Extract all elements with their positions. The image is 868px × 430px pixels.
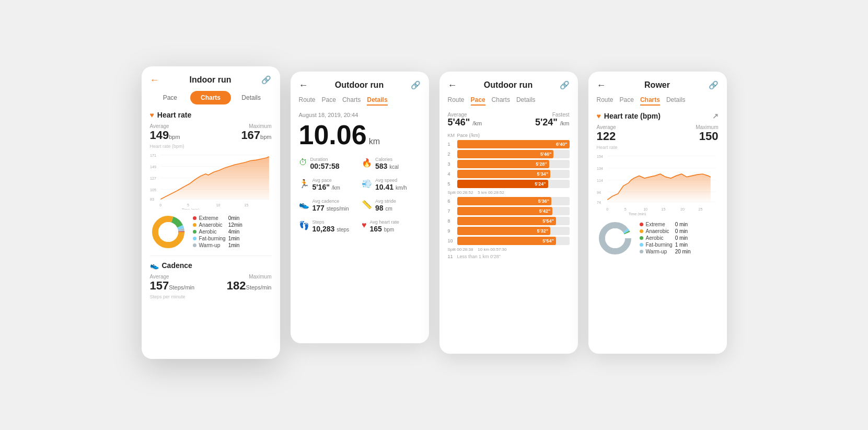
rower-hr-sub: Heart rate: [597, 145, 719, 150]
svg-point-41: [605, 228, 625, 248]
pace-stats-row: Average 5'46" /km Fastest 5'24" /km: [448, 112, 570, 128]
svg-text:114: 114: [597, 178, 603, 183]
avg-cadence-icon: 👟: [299, 200, 309, 210]
nav-tab-4-details[interactable]: Details: [666, 96, 686, 106]
svg-text:154: 154: [597, 154, 603, 159]
rower-zone-anaerobic: Anaerobic 0 min: [640, 228, 691, 234]
nav-tab-4-charts[interactable]: Charts: [640, 96, 660, 106]
pace-avg: Average 5'46" /km: [448, 112, 482, 128]
avg-pace-icon: 🏃: [299, 179, 309, 189]
back-arrow-2-icon[interactable]: ←: [299, 80, 308, 91]
duration-icon: ⏱: [299, 158, 307, 167]
stat-avg-stride: 📏 Avg stride 98 cm: [362, 199, 421, 212]
card-header-2: ← Outdoor run 🔗: [299, 80, 421, 91]
cadence-section-title: 👟 Cadence: [150, 261, 272, 270]
hr-max: Maximum 167bpm: [241, 123, 271, 142]
nav-tabs-3: Route Pace Charts Details: [448, 96, 570, 106]
svg-text:10: 10: [216, 203, 220, 207]
tab-charts[interactable]: Charts: [190, 91, 231, 104]
tab-details[interactable]: Details: [231, 91, 272, 104]
zone-aerobic: Aerobic 4min: [193, 229, 244, 235]
share-icon[interactable]: 🔗: [261, 75, 271, 85]
card-title-4: Rower: [644, 80, 670, 90]
detail-stats-grid: ⏱ Duration 00:57:58 🔥 Calories 583 kcal …: [299, 157, 421, 233]
rower-heart-icon: ♥: [597, 112, 601, 120]
svg-text:25: 25: [698, 206, 702, 212]
nav-tab-3-route[interactable]: Route: [448, 96, 465, 106]
card-title-2: Outdoor run: [335, 80, 384, 90]
rower-zone-fatburning: Fat-burning 1 min: [640, 242, 691, 248]
back-arrow-3-icon[interactable]: ←: [448, 80, 457, 91]
stat-avg-cadence: 👟 Avg cadence 177 steps/min: [299, 199, 358, 212]
rower-hr-title: ♥ Heart rate (bpm) ↗: [597, 112, 719, 120]
tab-pace[interactable]: Pace: [150, 91, 191, 104]
svg-text:94: 94: [597, 190, 601, 195]
distance-display: 10.06 km: [299, 121, 421, 148]
svg-text:Time (min): Time (min): [628, 211, 646, 216]
nav-tab-route[interactable]: Route: [299, 96, 316, 106]
zone-fatburning: Fat-burning 1min: [193, 236, 244, 241]
card-header-3: ← Outdoor run 🔗: [448, 80, 570, 91]
nav-tab-4-pace[interactable]: Pace: [620, 96, 634, 106]
pace-row-11: 11 Less than 1 km 0'28": [448, 254, 570, 259]
rower-zone-warmup: Warm-up 20 min: [640, 249, 691, 254]
rower-hr-stats: Average 122 Maximum 150: [597, 124, 719, 143]
zone-extreme: Extreme 0min: [193, 215, 244, 221]
hr-stats-row: Average 149bpm Maximum 167bpm: [150, 123, 272, 142]
share-icon-2[interactable]: 🔗: [411, 80, 421, 90]
share-icon-4[interactable]: 🔗: [709, 80, 719, 90]
stat-avg-pace: 🏃 Avg pace 5'16" /km: [299, 178, 358, 191]
cadence-icon: 👟: [150, 261, 159, 270]
card-outdoor-run-pace: ← Outdoor run 🔗 Route Pace Charts Detail…: [439, 72, 578, 354]
pace-row-9: 9 5'32": [448, 227, 570, 235]
rower-heart-rate-chart: 154 134 114 94 74 0 5 10 15 20: [597, 153, 719, 216]
pace-row-7: 7 5'42": [448, 207, 570, 215]
tab-bar: Pace Charts Details: [150, 91, 272, 104]
cadence-avg: Average 157Steps/min: [150, 274, 195, 292]
svg-text:20: 20: [680, 206, 685, 212]
zone-legend: Extreme 0min Anaerobic 12min Aerobic 4mi…: [150, 214, 272, 250]
nav-tab-4-route[interactable]: Route: [597, 96, 614, 106]
rower-zone-legend-items: Extreme 0 min Anaerobic 0 min Aerobic 0 …: [640, 222, 691, 254]
split-info-1: Split 00:28:52 5 km 00:28:52: [448, 190, 570, 195]
nav-tab-3-details[interactable]: Details: [516, 96, 536, 106]
rower-zone-extreme: Extreme 0 min: [640, 222, 691, 227]
stat-steps: 👣 Steps 10,283 steps: [299, 219, 358, 233]
rower-hr-max: Maximum 150: [696, 124, 718, 143]
zone-legend-items: Extreme 0min Anaerobic 12min Aerobic 4mi…: [193, 215, 244, 248]
steps-icon: 👣: [299, 220, 309, 230]
svg-text:0: 0: [606, 206, 608, 212]
nav-tabs-4: Route Pace Charts Details: [597, 96, 719, 106]
rower-hr-avg: Average 122: [597, 124, 616, 143]
heart-icon: ♥: [150, 111, 154, 119]
svg-text:105: 105: [150, 187, 156, 192]
hr-avg-value: 149bpm: [150, 129, 180, 142]
nav-tab-charts[interactable]: Charts: [342, 96, 361, 106]
back-arrow-icon[interactable]: ←: [150, 75, 159, 86]
svg-text:Time (min): Time (min): [181, 207, 199, 210]
nav-tab-pace[interactable]: Pace: [322, 96, 336, 106]
hr-max-value: 167bpm: [241, 129, 271, 142]
card-indoor-run: ← Indoor run 🔗 Pace Charts Details ♥ Hea…: [142, 66, 280, 359]
nav-tab-details[interactable]: Details: [367, 96, 387, 106]
cadence-max: Maximum 182Steps/min: [227, 274, 272, 292]
detail-date: August 18, 2019, 20:44: [299, 112, 421, 118]
heart-rate-section-title: ♥ Heart rate: [150, 111, 272, 119]
rower-zone-legend: Extreme 0 min Anaerobic 0 min Aerobic 0 …: [597, 220, 719, 257]
back-arrow-4-icon[interactable]: ←: [597, 80, 606, 91]
pace-row-10: 10 5'54": [448, 237, 570, 245]
svg-text:171: 171: [150, 153, 156, 157]
expand-icon[interactable]: ↗: [712, 112, 719, 120]
nav-tab-3-charts[interactable]: Charts: [492, 96, 510, 106]
zone-warmup: Warm-up 1min: [193, 242, 244, 248]
share-icon-3[interactable]: 🔗: [560, 80, 570, 90]
distance-unit: km: [369, 137, 380, 146]
card-title-3: Outdoor run: [484, 80, 533, 90]
card-title: Indoor run: [190, 75, 232, 85]
stat-avg-hr: ♥ Avg heart rate 165 bpm: [362, 219, 421, 233]
rower-zone-aerobic: Aerobic 0 min: [640, 235, 691, 241]
nav-tab-3-pace[interactable]: Pace: [471, 96, 485, 106]
divider: [150, 255, 272, 256]
pace-row-3: 3 5'28": [448, 160, 570, 168]
hr-sub-label: Heart rate (bpm): [150, 144, 272, 149]
